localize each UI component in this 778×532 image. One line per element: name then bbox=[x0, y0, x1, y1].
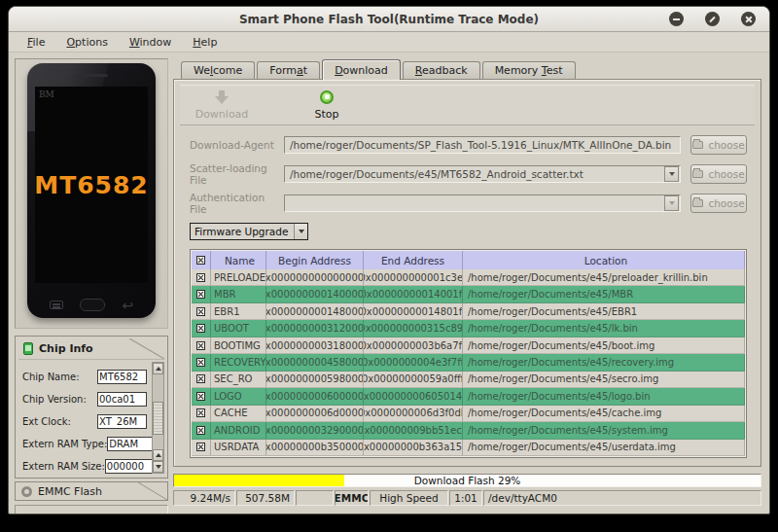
cell-name: RECOVERY bbox=[211, 354, 266, 370]
choose-button-label: choose bbox=[708, 197, 744, 209]
chip-icon bbox=[23, 342, 33, 355]
cell-location: /home/roger/Documents/e45/userdata.img bbox=[463, 440, 745, 455]
column-header-begin[interactable]: Begin Address bbox=[266, 251, 364, 269]
download-agent-field[interactable]: /home/roger/Documents/SP_Flash_Tool-5.19… bbox=[284, 136, 681, 154]
chip-name-row: Chip Name: bbox=[22, 366, 147, 388]
checkbox-checked-icon bbox=[196, 324, 205, 333]
menu-item-options[interactable]: Options bbox=[57, 34, 116, 51]
row-checkbox[interactable] bbox=[192, 406, 211, 421]
scroll-up-icon[interactable] bbox=[153, 363, 163, 374]
row-checkbox[interactable] bbox=[192, 440, 211, 455]
minimize-icon[interactable] bbox=[669, 12, 684, 26]
gear-icon bbox=[21, 486, 32, 497]
table-row-recovery[interactable]: RECOVERY0x00000000045800000x0000000004e3… bbox=[192, 354, 745, 371]
download-button[interactable]: Download bbox=[192, 89, 252, 121]
ram-size-row: Extern RAM Size: bbox=[22, 455, 147, 478]
chip-version-row: Chip Version: bbox=[22, 388, 147, 410]
tab-welcome[interactable]: Welcome bbox=[181, 61, 255, 79]
cell-location: /home/roger/Documents/e45/secro.img bbox=[463, 372, 745, 387]
cell-location: /home/roger/Documents/e45/lk.bin bbox=[463, 320, 745, 336]
chip-info-header[interactable]: Chip Info bbox=[18, 338, 164, 360]
download-arrow-icon bbox=[215, 96, 229, 104]
chip-info-title: Chip Info bbox=[39, 342, 93, 355]
chip-name-field[interactable] bbox=[97, 370, 147, 384]
chip-version-field[interactable] bbox=[97, 392, 147, 407]
column-header-end[interactable]: End Address bbox=[364, 251, 463, 269]
row-checkbox[interactable] bbox=[192, 354, 211, 370]
table-row-uboot[interactable]: UBOOT0x00000000031200000x000000000315c89… bbox=[192, 320, 745, 337]
row-checkbox[interactable] bbox=[192, 320, 211, 336]
table-row-preloader[interactable]: PRELOADER0x00000000000000000x00000000000… bbox=[192, 269, 745, 286]
menu-item-file[interactable]: File bbox=[18, 34, 53, 51]
row-checkbox[interactable] bbox=[192, 337, 211, 353]
phone-brand-text: BM bbox=[39, 89, 54, 99]
cell-begin: 0x0000000006d00000 bbox=[266, 406, 364, 421]
folder-icon bbox=[692, 170, 703, 178]
scatter-file-combobox[interactable]: /home/roger/Documents/e45/MT6582_Android… bbox=[284, 165, 681, 183]
partition-table-header: Name Begin Address End Address Location bbox=[192, 251, 745, 269]
table-row-ebr1[interactable]: EBR10x00000000014800000x00000000014801ff… bbox=[192, 303, 745, 320]
ram-type-field[interactable] bbox=[107, 437, 157, 451]
phone-speaker bbox=[75, 74, 108, 77]
cell-begin: 0x0000000005980000 bbox=[266, 372, 364, 387]
maximize-icon[interactable] bbox=[705, 12, 720, 26]
scatter-file-choose-button[interactable]: choose bbox=[690, 164, 747, 184]
cell-begin: 0x0000000003120000 bbox=[266, 320, 364, 336]
table-row-android[interactable]: ANDROID0x00000000329000000x000000009bb51… bbox=[192, 422, 745, 439]
table-row-mbr[interactable]: MBR0x00000000014000000x00000000014001ff/… bbox=[192, 286, 745, 302]
row-checkbox[interactable] bbox=[192, 372, 211, 387]
cell-name: SEC_RO bbox=[211, 372, 266, 387]
table-row-logo[interactable]: LOGO0x00000000060000000x000000000605014d… bbox=[192, 388, 745, 405]
table-row-cache[interactable]: CACHE0x0000000006d000000x0000000006d3f0d… bbox=[192, 406, 745, 422]
toolbar: Download Stop bbox=[180, 85, 755, 125]
menu-item-window[interactable]: Window bbox=[121, 34, 180, 51]
auth-file-choose-button[interactable]: choose bbox=[690, 194, 747, 213]
tab-download[interactable]: Download bbox=[322, 59, 401, 80]
status-cell-1: 507.58M bbox=[236, 490, 295, 506]
row-checkbox[interactable] bbox=[192, 388, 211, 404]
row-checkbox[interactable] bbox=[192, 422, 211, 438]
download-agent-row: Download-Agent /home/roger/Documents/SP_… bbox=[190, 135, 747, 155]
cell-location: /home/roger/Documents/e45/EBR1 bbox=[463, 303, 745, 319]
checkbox-checked-icon bbox=[196, 290, 205, 299]
row-checkbox[interactable] bbox=[192, 269, 211, 285]
chip-info-scrollbar[interactable] bbox=[152, 362, 164, 474]
tab-readback[interactable]: Readback bbox=[403, 61, 480, 79]
row-checkbox[interactable] bbox=[192, 286, 211, 301]
auth-dropdown-icon[interactable] bbox=[664, 195, 679, 211]
title-bar[interactable]: Smart Phone Flash Tool(Runtime Trace Mod… bbox=[9, 7, 769, 32]
column-header-location[interactable]: Location bbox=[463, 251, 745, 269]
table-row-usrdata[interactable]: USRDATA0x00000000b35000000x00000000b363a… bbox=[192, 440, 745, 456]
row-checkbox[interactable] bbox=[192, 303, 211, 319]
table-row-bootimg[interactable]: BOOTIMG0x00000000031800000x0000000003b6a… bbox=[192, 337, 745, 354]
cell-end: 0x0000000004e3f7ff bbox=[364, 354, 463, 370]
auth-file-row: Authentication File choose bbox=[190, 194, 747, 213]
cell-location: /home/roger/Documents/e45/cache.img bbox=[463, 406, 745, 421]
checkbox-checked-icon bbox=[196, 307, 205, 316]
firmware-dropdown-icon[interactable] bbox=[294, 224, 307, 239]
download-agent-choose-button[interactable]: choose bbox=[690, 135, 747, 155]
status-cell-5: 1:01 bbox=[449, 490, 482, 506]
auth-file-combobox[interactable] bbox=[284, 195, 681, 212]
cell-begin: 0x0000000000000000 bbox=[266, 269, 364, 285]
scrollbar-thumb[interactable] bbox=[153, 402, 163, 435]
status-cell-2 bbox=[296, 490, 334, 506]
column-header-name[interactable]: Name bbox=[211, 251, 266, 269]
close-icon[interactable] bbox=[741, 12, 756, 26]
ram-type-row: Extern RAM Type: bbox=[22, 433, 147, 455]
scatter-dropdown-icon[interactable] bbox=[664, 166, 679, 182]
menu-item-help[interactable]: Help bbox=[184, 34, 226, 51]
ext-clock-field[interactable] bbox=[97, 414, 147, 429]
ram-size-field[interactable] bbox=[105, 459, 155, 474]
header-checkbox-cell[interactable] bbox=[192, 251, 211, 269]
stop-button[interactable]: Stop bbox=[297, 90, 357, 121]
scroll-down-icon[interactable] bbox=[153, 461, 163, 473]
tab-memory-test[interactable]: Memory Test bbox=[482, 61, 576, 79]
tab-format[interactable]: Format bbox=[257, 61, 320, 79]
firmware-mode-row: Firmware Upgrade bbox=[190, 223, 755, 240]
scroll-up2-icon[interactable] bbox=[153, 449, 163, 461]
chip-info-rows: Chip Name: Chip Version: Ext Clock: Exte… bbox=[18, 360, 164, 478]
table-row-sec_ro[interactable]: SEC_RO0x00000000059800000x00000000059a0f… bbox=[192, 372, 745, 388]
firmware-mode-select[interactable]: Firmware Upgrade bbox=[190, 223, 308, 240]
emmc-flash-section[interactable]: EMMC Flash bbox=[15, 481, 168, 501]
